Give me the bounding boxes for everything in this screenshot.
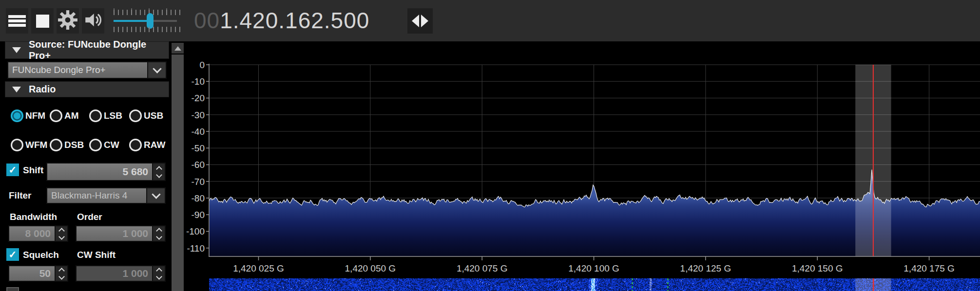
svg-text:1,420 125 G: 1,420 125 G: [680, 263, 731, 273]
svg-text:-70: -70: [192, 177, 205, 187]
svg-text:-80: -80: [192, 193, 205, 203]
svg-text:1,420 025 G: 1,420 025 G: [233, 263, 284, 273]
svg-text:-90: -90: [192, 210, 205, 220]
svg-text:1,420 075 G: 1,420 075 G: [457, 263, 508, 273]
spectrum-plot[interactable]: 0-10-20-30-40-50-60-70-80-90-100-1101,42…: [0, 0, 980, 291]
svg-text:-30: -30: [192, 110, 205, 120]
svg-text:-40: -40: [192, 127, 205, 137]
svg-text:1,420 150 G: 1,420 150 G: [792, 263, 843, 273]
svg-text:0: 0: [199, 60, 205, 70]
svg-text:-60: -60: [192, 160, 205, 170]
waterfall[interactable]: [209, 278, 980, 291]
svg-text:-100: -100: [186, 226, 205, 236]
svg-text:-20: -20: [192, 93, 205, 103]
svg-text:-50: -50: [192, 143, 205, 153]
svg-text:1,420 175 G: 1,420 175 G: [903, 263, 955, 273]
svg-text:-10: -10: [192, 76, 205, 87]
svg-text:-110: -110: [187, 243, 205, 254]
svg-text:1,420 100 G: 1,420 100 G: [568, 263, 619, 273]
svg-text:1,420 050 G: 1,420 050 G: [345, 263, 396, 273]
